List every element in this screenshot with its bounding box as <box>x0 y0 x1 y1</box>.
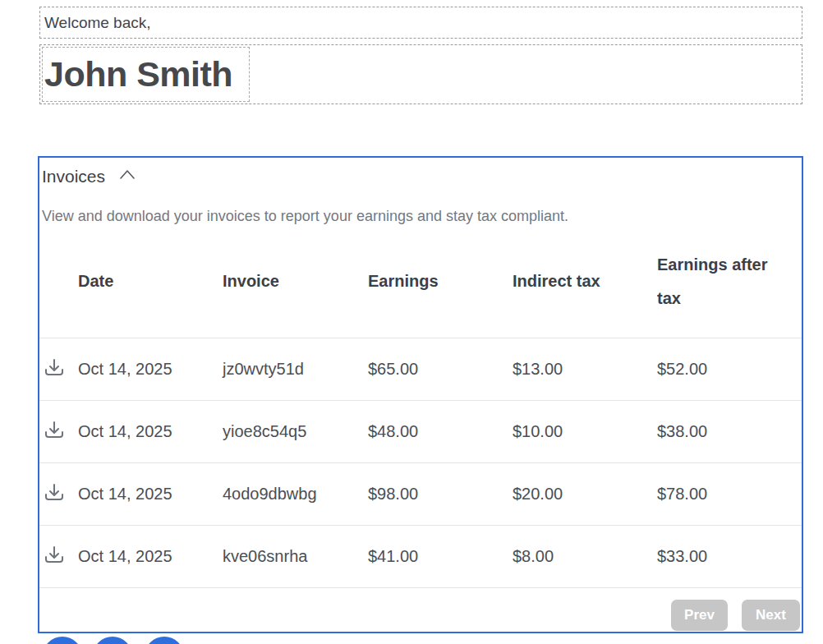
download-invoice-button[interactable] <box>41 543 67 570</box>
invoices-card: Invoices View and download your invoices… <box>38 156 803 633</box>
pagination-footer: Prev Next <box>39 587 802 632</box>
cell-indirect-tax: $10.00 <box>513 422 657 441</box>
cell-date: Oct 14, 2025 <box>78 547 223 566</box>
cell-invoice: kve06snrha <box>223 547 368 566</box>
cell-indirect-tax: $20.00 <box>513 485 657 504</box>
download-invoice-button[interactable] <box>41 356 67 383</box>
cell-date: Oct 14, 2025 <box>78 485 223 504</box>
bottom-circle-button[interactable] <box>93 637 132 644</box>
invoices-table: Date Invoice Earnings Indirect tax Earni… <box>39 225 802 632</box>
cell-earnings-after-tax: $33.00 <box>657 547 802 566</box>
cell-earnings-after-tax: $78.00 <box>657 485 802 504</box>
cell-date: Oct 14, 2025 <box>78 422 223 441</box>
prev-page-button[interactable]: Prev <box>671 600 728 631</box>
cell-invoice: yioe8c54q5 <box>223 422 368 441</box>
cell-invoice: 4odo9dbwbg <box>223 485 368 504</box>
download-icon <box>41 356 67 383</box>
cell-earnings: $65.00 <box>368 360 513 379</box>
cell-indirect-tax: $8.00 <box>513 547 657 566</box>
table-row: Oct 14, 2025 4odo9dbwbg $98.00 $20.00 $7… <box>39 462 802 525</box>
next-page-button[interactable]: Next <box>742 600 800 631</box>
welcome-label: Welcome back, <box>44 14 151 32</box>
table-header-row: Date Invoice Earnings Indirect tax Earni… <box>39 225 802 338</box>
download-invoice-button[interactable] <box>41 481 67 508</box>
bottom-circle-button[interactable] <box>145 637 184 644</box>
cell-indirect-tax: $13.00 <box>513 360 657 379</box>
download-invoice-button[interactable] <box>41 418 67 445</box>
cell-earnings-after-tax: $38.00 <box>657 422 802 441</box>
col-header-earnings-after-tax: Earnings after tax <box>657 248 802 315</box>
cell-date: Oct 14, 2025 <box>78 360 223 379</box>
cell-invoice: jz0wvty51d <box>223 360 368 379</box>
collapse-section-button[interactable] <box>117 168 137 185</box>
cell-earnings: $48.00 <box>368 422 513 441</box>
invoices-description: View and download your invoices to repor… <box>39 208 802 225</box>
user-name: John Smith <box>44 54 232 94</box>
bottom-circle-button[interactable] <box>43 637 82 644</box>
col-header-invoice: Invoice <box>223 272 368 291</box>
download-icon <box>41 481 67 508</box>
table-row: Oct 14, 2025 jz0wvty51d $65.00 $13.00 $5… <box>39 338 802 400</box>
invoices-title: Invoices <box>42 167 105 186</box>
welcome-field[interactable]: Welcome back, <box>39 7 802 39</box>
invoices-header: Invoices <box>39 158 802 186</box>
chevron-up-icon <box>117 168 137 185</box>
col-header-earnings: Earnings <box>368 272 513 291</box>
download-icon <box>41 418 67 445</box>
download-icon <box>41 543 67 570</box>
user-name-region[interactable]: John Smith <box>39 44 802 104</box>
cell-earnings-after-tax: $52.00 <box>657 360 802 379</box>
table-row: Oct 14, 2025 kve06snrha $41.00 $8.00 $33… <box>39 525 802 587</box>
col-header-date: Date <box>78 272 223 291</box>
cell-earnings: $98.00 <box>368 485 513 504</box>
user-name-field[interactable]: John Smith <box>42 47 250 102</box>
col-header-indirect-tax: Indirect tax <box>513 272 657 291</box>
cell-earnings: $41.00 <box>368 547 513 566</box>
table-row: Oct 14, 2025 yioe8c54q5 $48.00 $10.00 $3… <box>39 400 802 462</box>
